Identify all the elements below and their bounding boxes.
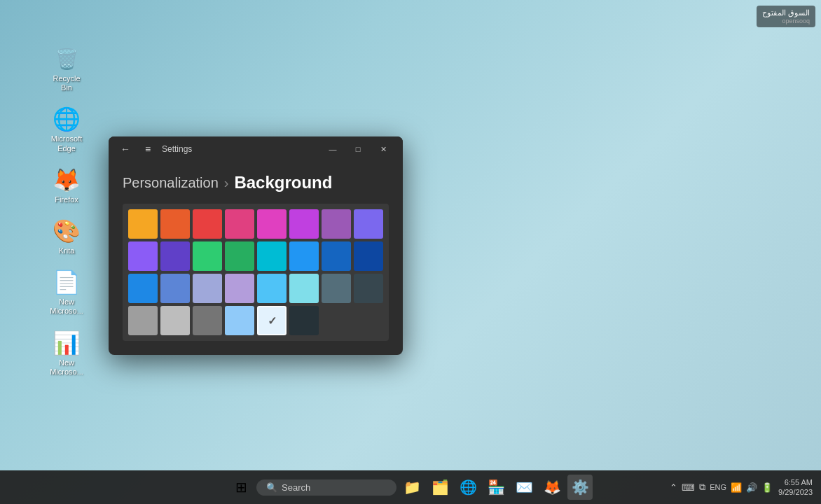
- color-swatch-24[interactable]: [128, 306, 158, 335]
- color-swatch-23[interactable]: [354, 274, 383, 303]
- color-swatch-10[interactable]: [193, 241, 222, 271]
- desktop: 🗑️ RecycleBin 🌐 MicrosoftEdge 🦊 Firefox …: [0, 0, 821, 504]
- explorer2-icon: 🗂️: [432, 479, 449, 496]
- color-swatch-6[interactable]: [322, 209, 351, 239]
- tray-icons: ⌃ ⌨ ⧉ ENG 📶 🔊 🔋: [670, 482, 773, 493]
- watermark-arabic: السوق المفتوح: [762, 8, 810, 18]
- color-swatch-21[interactable]: [289, 274, 319, 303]
- breadcrumb-separator: ›: [224, 175, 229, 191]
- minimize-button[interactable]: —: [322, 141, 344, 158]
- window-titlebar: ← ≡ Settings — □ ✕: [109, 136, 403, 162]
- color-swatch-12[interactable]: [257, 241, 287, 271]
- start-icon: ⊞: [235, 479, 247, 496]
- desktop-icons: 🗑️ RecycleBin 🌐 MicrosoftEdge 🦊 Firefox …: [42, 42, 91, 379]
- window-controls: — □ ✕: [322, 141, 394, 158]
- close-button[interactable]: ✕: [372, 141, 394, 158]
- tray-volume[interactable]: 🔊: [746, 482, 757, 493]
- color-swatch-3[interactable]: [225, 209, 254, 239]
- maximize-button[interactable]: □: [347, 141, 369, 158]
- color-swatch-1[interactable]: [160, 209, 190, 239]
- system-tray: ⌃ ⌨ ⧉ ENG 📶 🔊 🔋 6:55 AM 9/29/2023: [670, 477, 813, 498]
- krita-icon[interactable]: 🎨 Krita: [42, 214, 91, 258]
- settings-icon: ⚙️: [572, 479, 589, 496]
- settings-window: ← ≡ Settings — □ ✕ Personalization › Bac…: [109, 136, 403, 355]
- color-swatch-19[interactable]: [225, 274, 254, 303]
- color-swatch-2[interactable]: [193, 209, 222, 239]
- taskbar-firefox[interactable]: 🦊: [539, 475, 565, 500]
- tray-battery[interactable]: 🔋: [761, 482, 773, 493]
- tray-taskview[interactable]: ⧉: [699, 482, 705, 493]
- color-grid: [123, 204, 389, 341]
- window-title: Settings: [162, 144, 192, 154]
- firefox-label: Firefox: [55, 195, 78, 204]
- color-swatch-11[interactable]: [225, 241, 254, 271]
- clock-date: 9/29/2023: [778, 487, 813, 497]
- window-content: Personalization › Background: [109, 162, 403, 355]
- color-swatch-18[interactable]: [193, 274, 222, 303]
- color-swatch-29[interactable]: [289, 306, 319, 335]
- taskbar-center: ⊞ 🔍 Search 📁 🗂️ 🌐 🏪 ✉️: [228, 475, 593, 500]
- taskbar-settings[interactable]: ⚙️: [567, 475, 593, 500]
- color-swatch-20[interactable]: [257, 274, 287, 303]
- watermark: السوق المفتوح opensooq: [757, 6, 815, 27]
- krita-image: 🎨: [53, 217, 81, 245]
- microsoft-edge-icon[interactable]: 🌐 MicrosoftEdge: [42, 102, 91, 155]
- color-swatch-13[interactable]: [289, 241, 319, 271]
- color-swatch-9[interactable]: [160, 241, 190, 271]
- breadcrumb-parent[interactable]: Personalization: [123, 175, 219, 191]
- color-swatch-15[interactable]: [354, 241, 383, 271]
- system-clock[interactable]: 6:55 AM 9/29/2023: [778, 477, 813, 498]
- firefox-icon[interactable]: 🦊 Firefox: [42, 163, 91, 207]
- tray-keyboard[interactable]: ⌨: [682, 482, 695, 493]
- krita-label: Krita: [59, 246, 75, 255]
- word-image: 📄: [53, 268, 81, 296]
- color-swatch-25[interactable]: [160, 306, 190, 335]
- color-swatch-28[interactable]: [257, 306, 287, 335]
- color-swatch-14[interactable]: [322, 241, 351, 271]
- color-swatch-4[interactable]: [257, 209, 287, 239]
- tray-wifi[interactable]: 📶: [731, 482, 742, 493]
- clock-time: 6:55 AM: [778, 477, 813, 487]
- breadcrumb: Personalization › Background: [123, 173, 389, 192]
- taskbar-search[interactable]: 🔍 Search: [256, 479, 396, 496]
- color-swatch-27[interactable]: [225, 306, 254, 335]
- excel-image: 📊: [53, 329, 81, 357]
- tray-chevron[interactable]: ⌃: [670, 482, 677, 493]
- watermark-english: opensooq: [762, 18, 810, 24]
- recycle-bin-image: 🗑️: [53, 45, 81, 73]
- color-swatch-0[interactable]: [128, 209, 158, 239]
- taskbar-edge[interactable]: 🌐: [455, 475, 481, 500]
- firefox-taskbar-icon: 🦊: [544, 479, 561, 496]
- word-label: NewMicroso...: [50, 298, 83, 316]
- new-excel-icon[interactable]: 📊 NewMicroso...: [42, 326, 91, 379]
- excel-label: NewMicroso...: [50, 358, 83, 377]
- taskbar-store[interactable]: 🏪: [483, 475, 509, 500]
- store-icon: 🏪: [488, 479, 505, 496]
- edge-taskbar-icon: 🌐: [460, 479, 477, 496]
- color-swatch-7[interactable]: [354, 209, 383, 239]
- tray-language[interactable]: ENG: [710, 483, 726, 491]
- recycle-bin-icon[interactable]: 🗑️ RecycleBin: [42, 42, 91, 95]
- color-swatch-26[interactable]: [193, 306, 222, 335]
- breadcrumb-current: Background: [234, 173, 332, 192]
- taskbar: ⊞ 🔍 Search 📁 🗂️ 🌐 🏪 ✉️: [0, 470, 821, 504]
- firefox-image: 🦊: [53, 166, 81, 194]
- search-text: Search: [282, 482, 310, 493]
- titlebar-left: ← ≡ Settings: [117, 141, 192, 158]
- new-word-icon[interactable]: 📄 NewMicroso...: [42, 265, 91, 318]
- color-swatch-22[interactable]: [322, 274, 351, 303]
- taskbar-explorer2[interactable]: 🗂️: [427, 475, 453, 500]
- mail-icon: ✉️: [516, 479, 533, 496]
- taskbar-mail[interactable]: ✉️: [511, 475, 537, 500]
- menu-button[interactable]: ≡: [139, 141, 156, 158]
- color-swatch-8[interactable]: [128, 241, 158, 271]
- recycle-bin-label: RecycleBin: [53, 74, 80, 92]
- start-button[interactable]: ⊞: [228, 475, 254, 500]
- file-explorer-icon: 📁: [403, 479, 421, 496]
- color-swatch-16[interactable]: [128, 274, 158, 303]
- back-button[interactable]: ←: [117, 141, 134, 158]
- edge-label: MicrosoftEdge: [51, 134, 83, 153]
- taskbar-file-explorer[interactable]: 📁: [399, 475, 425, 500]
- color-swatch-17[interactable]: [160, 274, 190, 303]
- color-swatch-5[interactable]: [289, 209, 319, 239]
